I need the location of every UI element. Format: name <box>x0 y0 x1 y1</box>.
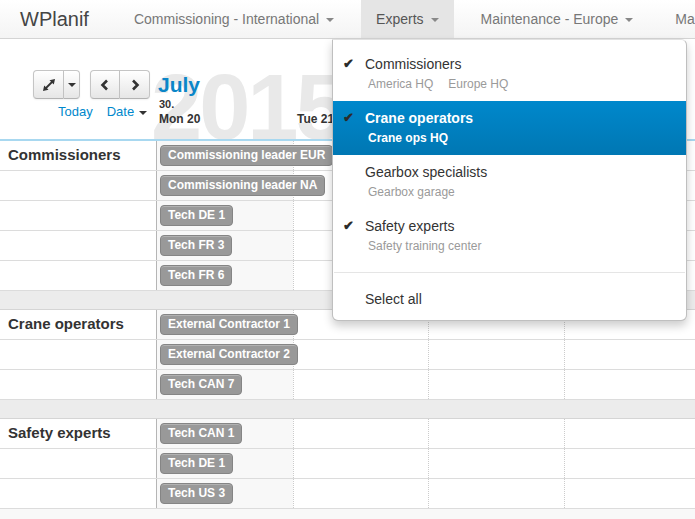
day-cell[interactable] <box>293 479 429 508</box>
resource-badge[interactable]: Tech DE 1 <box>160 453 233 474</box>
venue-list: Safety training center <box>333 239 686 254</box>
group-label-cell <box>0 340 157 369</box>
resource-badge[interactable]: Tech US 3 <box>160 483 233 504</box>
dropdown-item[interactable]: ✔ Safety experts Safety training center <box>333 209 686 263</box>
navbar-menu-item-label: Experts <box>376 11 423 27</box>
day-cell[interactable] <box>293 449 429 478</box>
day-cell[interactable] <box>564 370 695 399</box>
dropdown-item-label: Safety experts <box>365 216 455 236</box>
group-label: Crane operators <box>0 310 156 332</box>
dropdown-item-label: Crane operators <box>365 108 473 128</box>
navbar: WPlanif Commissioning - International Ex… <box>0 0 695 39</box>
resource-badge[interactable]: Commissioning leader NA <box>160 175 325 196</box>
chevron-left-icon <box>99 79 111 91</box>
group-label-cell <box>0 231 157 260</box>
group-label: Commissioners <box>0 141 156 163</box>
day-header-tue: Tue 21 <box>297 112 334 126</box>
navbar-menu-item-label: Maintenance - <box>675 11 695 27</box>
day-header-mon: Mon 20 <box>159 112 200 126</box>
day-cell[interactable] <box>428 449 564 478</box>
zoom-dropdown-button[interactable] <box>64 70 80 99</box>
group-label-cell: Commissioners <box>0 141 157 170</box>
dropdown-item[interactable]: ✔ Commissioners America HQEurope HQ <box>333 47 686 101</box>
day-cell[interactable] <box>293 419 429 448</box>
day-cell[interactable] <box>293 370 429 399</box>
day-cell[interactable] <box>428 419 564 448</box>
check-icon: ✔ <box>343 108 359 128</box>
venue-label[interactable]: Europe HQ <box>448 77 508 92</box>
day-cell[interactable] <box>564 340 695 369</box>
expand-view-button[interactable] <box>33 70 64 99</box>
month-title: July <box>158 73 200 97</box>
day-cell[interactable] <box>564 449 695 478</box>
navbar-menu-item-0[interactable]: Commissioning - International <box>119 0 349 38</box>
zoom-button-group <box>33 70 80 99</box>
group-label-cell <box>0 201 157 230</box>
toolbar-links: Today Date <box>58 104 147 119</box>
navbar-menu-item-label: Maintenance - Europe <box>481 11 619 27</box>
week-number: 30. <box>159 98 174 110</box>
group-label-cell <box>0 449 157 478</box>
resource-badge[interactable]: External Contractor 2 <box>160 344 298 365</box>
experts-dropdown: ✔ Commissioners America HQEurope HQ ✔ Cr… <box>332 39 687 321</box>
dropdown-item[interactable]: ✔ Gearbox specialists Gearbox garage <box>333 155 686 209</box>
navbar-menu-item-3[interactable]: Maintenance - <box>660 0 695 38</box>
venue-label[interactable]: Safety training center <box>368 239 481 254</box>
dropdown-item-label: Gearbox specialists <box>365 162 487 182</box>
resource-badge[interactable]: Commissioning leader EUR <box>160 145 333 166</box>
date-link-label: Date <box>107 104 134 119</box>
chevron-down-icon <box>326 18 334 22</box>
day-cell[interactable] <box>293 340 429 369</box>
grid-footer-strip <box>0 509 695 519</box>
dropdown-divider <box>334 272 685 273</box>
chevron-down-icon <box>625 18 633 22</box>
resource-badge[interactable]: Tech DE 1 <box>160 205 233 226</box>
experts-dropdown-items: ✔ Commissioners America HQEurope HQ ✔ Cr… <box>333 47 686 263</box>
table-row: Tech CAN 7 <box>0 370 695 400</box>
nav-button-group <box>90 70 150 99</box>
group-label-cell <box>0 261 157 290</box>
dropdown-item[interactable]: ✔ Crane operators Crane ops HQ <box>333 101 686 155</box>
resource-badge[interactable]: External Contractor 1 <box>160 314 298 335</box>
group-label-cell: Safety experts <box>0 419 157 448</box>
venue-list: Gearbox garage <box>333 185 686 200</box>
date-link[interactable]: Date <box>107 104 147 119</box>
venue-list: Crane ops HQ <box>333 131 686 146</box>
day-cell[interactable] <box>428 479 564 508</box>
today-link[interactable]: Today <box>58 104 93 119</box>
venue-label[interactable]: Gearbox garage <box>368 185 455 200</box>
dropdown-item-label: Commissioners <box>365 54 461 74</box>
resource-badge[interactable]: Tech CAN 1 <box>160 423 242 444</box>
table-row: Tech DE 1 <box>0 449 695 479</box>
chevron-right-icon <box>129 79 141 91</box>
chevron-down-icon <box>68 83 76 87</box>
app-brand[interactable]: WPlanif <box>0 0 113 38</box>
venue-label[interactable]: America HQ <box>368 77 433 92</box>
resource-badge[interactable]: Tech CAN 7 <box>160 374 242 395</box>
navbar-menu: Commissioning - International Experts Ma… <box>113 0 695 38</box>
resource-badge[interactable]: Tech FR 6 <box>160 265 232 286</box>
next-button[interactable] <box>120 70 150 99</box>
group-label-cell: Crane operators <box>0 310 157 339</box>
resize-diagonal-icon <box>42 78 56 92</box>
navbar-menu-item-1[interactable]: Experts <box>361 0 453 38</box>
navbar-menu-item-2[interactable]: Maintenance - Europe <box>466 0 649 38</box>
navbar-menu-item-label: Commissioning - International <box>134 11 319 27</box>
check-icon: ✔ <box>343 216 359 236</box>
group-label-cell <box>0 479 157 508</box>
group-label-cell <box>0 370 157 399</box>
check-icon: ✔ <box>343 54 359 74</box>
select-all-menu-item[interactable]: Select all <box>333 282 686 312</box>
table-row: Safety experts Tech CAN 1 <box>0 419 695 449</box>
day-cell[interactable] <box>564 479 695 508</box>
day-cell[interactable] <box>428 340 564 369</box>
day-cell[interactable] <box>428 370 564 399</box>
table-row: External Contractor 2 <box>0 340 695 370</box>
chevron-down-icon <box>139 111 147 115</box>
venue-label[interactable]: Crane ops HQ <box>368 131 448 146</box>
previous-button[interactable] <box>90 70 120 99</box>
resource-badge[interactable]: Tech FR 3 <box>160 235 232 256</box>
day-cell[interactable] <box>564 419 695 448</box>
table-row: Tech US 3 <box>0 479 695 509</box>
group-label: Safety experts <box>0 419 156 441</box>
